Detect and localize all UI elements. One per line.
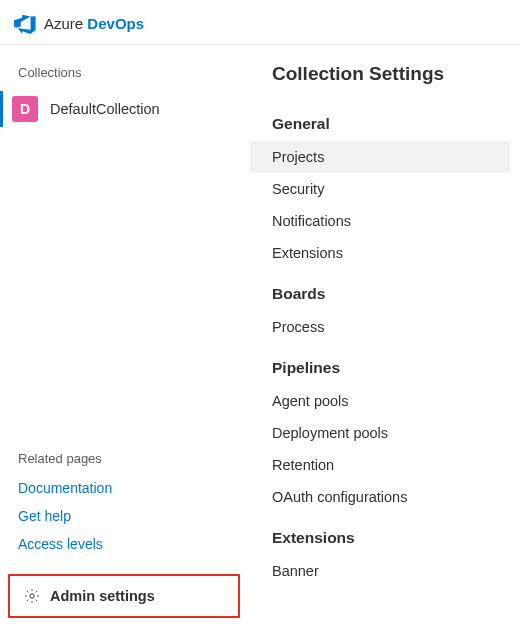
nav-item-banner[interactable]: Banner: [250, 555, 510, 587]
gear-icon: [24, 588, 40, 604]
link-access-levels[interactable]: Access levels: [18, 530, 230, 558]
admin-settings-highlight: Admin settings: [8, 574, 240, 618]
group-heading: Extensions: [250, 513, 510, 555]
logo[interactable]: Azure DevOps: [14, 12, 144, 34]
svg-point-0: [30, 594, 34, 598]
group-heading: Boards: [250, 269, 510, 311]
content-pane: Collection Settings GeneralProjectsSecur…: [248, 45, 520, 626]
nav-item-projects[interactable]: Projects: [250, 141, 510, 173]
collection-avatar: D: [12, 96, 38, 122]
app-header: Azure DevOps: [0, 0, 520, 45]
nav-item-extensions[interactable]: Extensions: [250, 237, 510, 269]
page-title: Collection Settings: [250, 63, 510, 99]
nav-item-retention[interactable]: Retention: [250, 449, 510, 481]
admin-settings-label: Admin settings: [50, 588, 155, 604]
nav-item-process[interactable]: Process: [250, 311, 510, 343]
nav-item-agent-pools[interactable]: Agent pools: [250, 385, 510, 417]
nav-item-deployment-pools[interactable]: Deployment pools: [250, 417, 510, 449]
collection-name: DefaultCollection: [50, 101, 160, 117]
link-documentation[interactable]: Documentation: [18, 474, 230, 502]
admin-settings-button[interactable]: Admin settings: [10, 576, 228, 616]
nav-item-notifications[interactable]: Notifications: [250, 205, 510, 237]
azure-devops-icon: [14, 12, 36, 34]
nav-item-security[interactable]: Security: [250, 173, 510, 205]
collections-heading: Collections: [0, 61, 248, 88]
link-get-help[interactable]: Get help: [18, 502, 230, 530]
related-pages-heading: Related pages: [0, 447, 248, 474]
sidebar: Collections D DefaultCollection Related …: [0, 45, 248, 626]
group-heading: General: [250, 99, 510, 141]
nav-item-oauth-configurations[interactable]: OAuth configurations: [250, 481, 510, 513]
logo-text: Azure DevOps: [44, 15, 144, 32]
group-heading: Pipelines: [250, 343, 510, 385]
sidebar-item-default-collection[interactable]: D DefaultCollection: [0, 88, 248, 130]
